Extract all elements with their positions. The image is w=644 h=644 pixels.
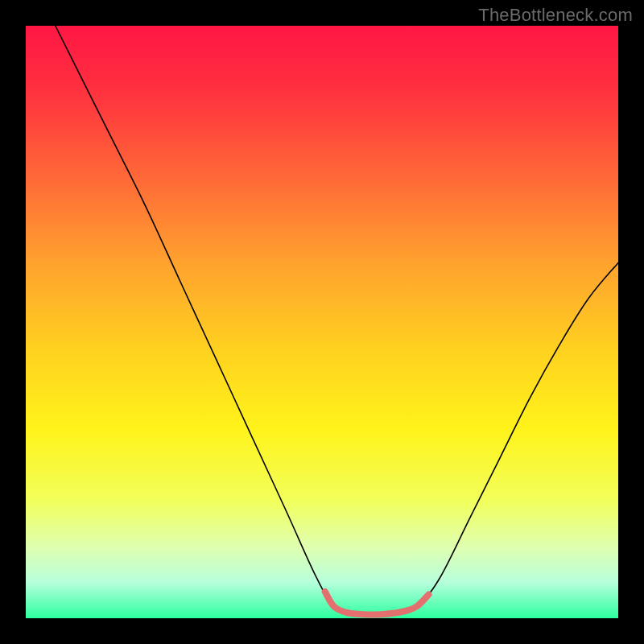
bottleneck-chart bbox=[0, 0, 644, 644]
plot-background bbox=[26, 26, 618, 618]
chart-frame: TheBottleneck.com bbox=[0, 0, 644, 644]
watermark-text: TheBottleneck.com bbox=[478, 5, 633, 26]
